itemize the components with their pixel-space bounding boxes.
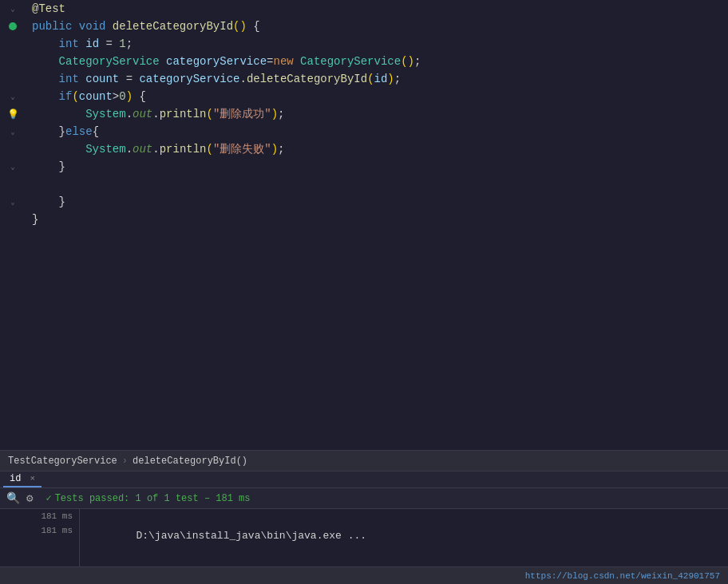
keyword-token: int xyxy=(59,35,79,53)
breadcrumb-method[interactable]: deleteCategoryById() xyxy=(133,456,247,467)
paren-token: ( xyxy=(367,70,374,88)
console-path: D:\java\install_java\bin\java.exe ... xyxy=(136,530,366,542)
panel-tab[interactable]: id × xyxy=(3,472,42,487)
function-token: println xyxy=(160,140,207,158)
var-token: categoryService xyxy=(139,70,239,88)
space xyxy=(79,35,85,53)
status-url[interactable]: https://blog.csdn.net/weixin_42901757 xyxy=(525,571,720,581)
timing-item: 181 ms xyxy=(0,509,79,523)
code-line: } xyxy=(26,211,728,228)
indent xyxy=(32,140,85,158)
code-line: } else { xyxy=(26,123,728,140)
fold-icon[interactable]: ⌄ xyxy=(10,127,15,136)
keyword-token: public xyxy=(32,18,72,35)
keyword-token: int xyxy=(59,70,79,88)
keyword-token: if xyxy=(59,88,73,105)
keyword-token: else xyxy=(65,123,93,140)
gutter-cell xyxy=(0,176,26,193)
settings-icon[interactable]: ⚙ xyxy=(26,491,33,505)
paren-token: ( xyxy=(206,140,212,158)
gutter-cell-bulb: 💡 xyxy=(0,105,26,123)
gutter-cell-fold4: ⌄ xyxy=(0,193,26,211)
annotation-token: @Test xyxy=(32,0,65,18)
indent xyxy=(32,158,59,176)
var-token: count xyxy=(85,70,119,88)
gutter-cell xyxy=(0,211,26,228)
plain-token: ; xyxy=(126,35,133,53)
breadcrumb-bar: TestCategoryService › deleteCategoryById… xyxy=(0,450,728,471)
breadcrumb-class[interactable]: TestCategoryService xyxy=(8,456,117,467)
plain-token: } xyxy=(59,123,65,140)
plain-token: . xyxy=(152,105,159,123)
plain-token: ; xyxy=(278,140,284,158)
gutter: ⌄ ⌄ 💡 ⌄ ⌄ ⌄ xyxy=(0,0,26,450)
num-token: 0 xyxy=(119,88,125,105)
timing-item-2: 181 ms xyxy=(0,523,79,538)
plain-token: } xyxy=(59,158,65,176)
indent xyxy=(32,193,59,211)
indent xyxy=(32,53,59,70)
panel-tabs: id × xyxy=(0,472,728,488)
test-passed-label: ✓ Tests passed: 1 of 1 test – 181 ms xyxy=(46,492,250,504)
code-line: public void deleteCategoryById () { xyxy=(26,18,728,35)
paren-token: ( xyxy=(72,88,78,105)
plain-token: } xyxy=(59,193,65,211)
string-token: "删除成功" xyxy=(213,105,271,123)
bulb-icon[interactable]: 💡 xyxy=(7,109,19,120)
code-line: } xyxy=(26,193,728,211)
fold-icon[interactable]: ⌄ xyxy=(10,4,15,14)
test-result-bar: ✓ Tests passed: 1 of 1 test – 181 ms xyxy=(46,488,722,509)
tab-close-icon[interactable]: × xyxy=(30,474,36,483)
plain-token: . xyxy=(126,105,133,123)
fold-icon[interactable]: ⌄ xyxy=(10,162,15,172)
plain-token: = xyxy=(119,70,139,88)
gutter-cell-fold3: ⌄ xyxy=(0,158,26,176)
plain-token: = xyxy=(99,35,119,53)
gutter-cell-fold2: ⌄ xyxy=(0,123,26,140)
plain-token: . xyxy=(152,140,159,158)
check-icon: ✓ xyxy=(46,492,51,504)
code-lines: @Test public void deleteCategoryById () … xyxy=(26,0,728,228)
panel-toolbar: 🔍 ⚙ ✓ Tests passed: 1 of 1 test – 181 ms xyxy=(0,488,728,509)
indent xyxy=(32,88,59,105)
search-icon[interactable]: 🔍 xyxy=(6,491,20,505)
indent xyxy=(32,70,59,88)
plain-token: . xyxy=(240,70,247,88)
space-token xyxy=(72,18,78,35)
run-marker[interactable] xyxy=(9,22,17,30)
status-bar: https://blog.csdn.net/weixin_42901757 xyxy=(0,566,728,584)
code-line: int id = 1 ; xyxy=(26,35,728,53)
space xyxy=(294,53,300,70)
bottom-panel: id × 🔍 ⚙ ✓ Tests passed: 1 of 1 test – 1… xyxy=(0,471,728,566)
paren-token: ) xyxy=(126,88,133,105)
plain-token: } xyxy=(32,211,38,228)
code-line: System . out . println ( "删除成功" ) ; xyxy=(26,105,728,123)
paren-token: ) xyxy=(387,70,394,88)
code-line: @Test xyxy=(26,0,728,18)
paren-token: ( xyxy=(206,105,212,123)
class-token: System xyxy=(85,105,125,123)
plain-token: ; xyxy=(278,105,284,123)
fold-icon[interactable]: ⌄ xyxy=(10,197,15,207)
indent xyxy=(32,35,59,53)
class-token: System xyxy=(85,140,125,158)
indent xyxy=(32,105,85,123)
plain-token: { xyxy=(247,18,260,35)
num-token: 1 xyxy=(119,35,125,53)
keyword-token: new xyxy=(273,53,293,70)
timing-label-2: 181 ms xyxy=(41,526,73,535)
code-content: @Test public void deleteCategoryById () … xyxy=(26,0,728,450)
plain-token xyxy=(32,176,38,193)
var-token: id xyxy=(85,35,99,53)
italic-token: out xyxy=(133,105,152,123)
code-line: int count = categoryService . deleteCate… xyxy=(26,70,728,88)
code-line xyxy=(26,176,728,193)
fold-icon[interactable]: ⌄ xyxy=(10,92,15,101)
paren-token: () xyxy=(233,18,247,35)
plain-token: { xyxy=(133,88,146,105)
string-token: "删除失败" xyxy=(213,140,271,158)
code-line: CategoryService categoryService = new Ca… xyxy=(26,53,728,70)
function-token: deleteCategoryById xyxy=(247,70,367,88)
gutter-cell-run xyxy=(0,18,26,35)
class-token: CategoryService xyxy=(300,53,401,70)
